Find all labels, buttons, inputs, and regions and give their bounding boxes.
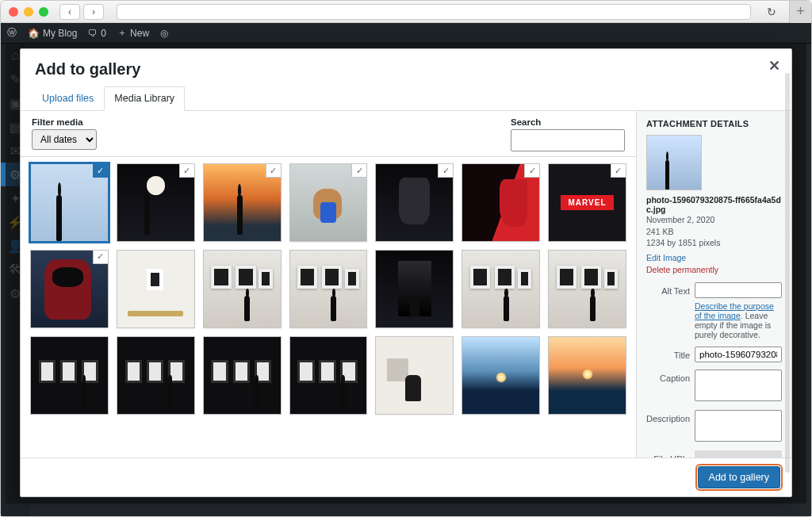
search-group: Search [511, 117, 625, 151]
attachment-filesize: 241 KB [646, 226, 782, 238]
media-thumb[interactable] [203, 250, 282, 328]
media-thumb[interactable] [117, 336, 195, 415]
new-content-link[interactable]: ＋ New [117, 26, 149, 40]
modal-close-button[interactable]: ✕ [768, 57, 780, 75]
nav-back-button[interactable]: ‹ [59, 4, 80, 20]
file-url-readonly [695, 450, 782, 458]
media-thumb[interactable]: ✓ [289, 163, 368, 242]
title-input[interactable] [695, 347, 782, 362]
nav-forward-button[interactable]: › [83, 4, 104, 20]
thumb-check-icon[interactable]: ✓ [179, 163, 195, 178]
browser-titlebar: ‹ › ↻ + [1, 1, 811, 23]
new-tab-button[interactable]: + [789, 1, 811, 23]
modal-scrollbar[interactable] [785, 73, 790, 473]
attachment-filename: photo-1596079320875-ff665fa4a5dc.jpg [646, 195, 782, 214]
modal-backdrop: ✕ Add to gallery Upload files Media Libr… [6, 44, 806, 504]
modal-header: Add to gallery [21, 49, 791, 83]
modal-tabs: Upload files Media Library [21, 86, 791, 111]
search-input[interactable] [511, 129, 625, 151]
attachment-thumbnail [646, 135, 702, 190]
thumb-check-icon[interactable]: ✓ [266, 163, 282, 178]
thumb-check-icon[interactable]: ✓ [351, 163, 367, 178]
media-thumb[interactable]: ✓ [462, 163, 540, 242]
media-thumb[interactable] [289, 336, 368, 415]
media-thumb[interactable] [375, 250, 454, 328]
media-thumb[interactable] [117, 250, 195, 328]
comments-count: 0 [101, 28, 106, 39]
nav-buttons: ‹ › [59, 4, 104, 20]
window-maximize-button[interactable] [39, 7, 48, 17]
media-thumb[interactable] [30, 336, 109, 415]
modal-body: Filter media All dates Search [21, 111, 791, 458]
media-thumb[interactable] [203, 336, 282, 415]
media-grid: ✓✓✓✓✓✓MARVEL✓✓ [30, 163, 626, 415]
filter-group: Filter media All dates [32, 117, 97, 151]
browser-window: ‹ › ↻ + ⓦ 🏠 My Blog 🗨 0 ＋ New ◎ ⌂ ✎ ▣ ▤ … [0, 0, 812, 517]
thumb-check-icon[interactable]: ✓ [611, 163, 626, 178]
thumb-check-icon[interactable]: ✓ [438, 163, 454, 178]
field-description: Description [646, 410, 782, 443]
media-pane: Filter media All dates Search [21, 111, 637, 458]
wp-logo-icon[interactable]: ⓦ [7, 26, 17, 40]
caption-input[interactable] [695, 370, 782, 401]
thumb-check-icon[interactable]: ✓ [93, 250, 109, 264]
media-thumb[interactable] [375, 336, 454, 415]
media-thumb[interactable] [462, 250, 540, 328]
attachment-details-pane: ATTACHMENT DETAILS photo-1596079320875-f… [637, 111, 791, 458]
tab-upload-files[interactable]: Upload files [32, 86, 104, 110]
caption-label: Caption [646, 373, 690, 383]
field-title: Title [646, 347, 782, 362]
media-thumb[interactable]: ✓ [117, 163, 195, 242]
window-minimize-button[interactable] [24, 7, 33, 17]
media-thumb[interactable]: ✓ [203, 163, 282, 242]
url-bar[interactable] [117, 4, 751, 20]
media-modal: ✕ Add to gallery Upload files Media Libr… [20, 48, 792, 497]
media-thumb[interactable]: ✓ [30, 163, 109, 242]
field-file-url: File URL: Copy URL [646, 450, 782, 458]
reload-button[interactable]: ↻ [764, 6, 779, 18]
thumb-check-icon[interactable]: ✓ [93, 163, 109, 178]
comments-link[interactable]: 🗨 0 [88, 28, 106, 39]
field-caption: Caption [646, 370, 782, 403]
alt-text-label: Alt Text [646, 286, 690, 296]
edit-image-link[interactable]: Edit Image [646, 253, 686, 262]
thumb-check-icon[interactable]: ✓ [524, 163, 540, 178]
description-input[interactable] [695, 410, 782, 442]
field-alt-text: Alt Text Describe the purpose of the ima… [646, 282, 782, 339]
media-toolbar: Filter media All dates Search [21, 111, 636, 157]
media-thumb[interactable] [289, 250, 368, 328]
media-thumb[interactable] [548, 250, 626, 328]
wp-admin-bar: ⓦ 🏠 My Blog 🗨 0 ＋ New ◎ [1, 23, 811, 44]
site-link[interactable]: 🏠 My Blog [28, 28, 77, 39]
media-thumb[interactable]: ✓ [30, 250, 109, 328]
search-label: Search [511, 117, 625, 127]
modal-title: Add to gallery [35, 60, 777, 79]
filter-date-select[interactable]: All dates [32, 129, 97, 150]
window-controls [9, 7, 48, 17]
media-thumb[interactable] [462, 336, 540, 415]
site-name: My Blog [43, 28, 77, 39]
attachment-dimensions: 1234 by 1851 pixels [646, 237, 782, 249]
title-label: Title [646, 350, 690, 360]
page-body: ⓦ 🏠 My Blog 🗨 0 ＋ New ◎ ⌂ ✎ ▣ ▤ ✉ ⚙ ✦ ⚡ … [1, 23, 811, 516]
attachment-date: November 2, 2020 [646, 214, 782, 226]
window-close-button[interactable] [9, 7, 18, 17]
description-label: Description [646, 414, 690, 423]
delete-permanently-link[interactable]: Delete permanently [646, 265, 718, 274]
attachment-details-heading: ATTACHMENT DETAILS [646, 119, 782, 128]
add-to-gallery-button[interactable]: Add to gallery [698, 466, 780, 488]
media-grid-scroll[interactable]: ✓✓✓✓✓✓MARVEL✓✓ [21, 157, 636, 458]
view-icon[interactable]: ◎ [160, 28, 168, 39]
alt-text-helper: Describe the purpose of the image. Leave… [695, 301, 782, 339]
media-thumb[interactable]: ✓ [375, 163, 454, 242]
media-thumb[interactable]: MARVEL✓ [548, 163, 626, 242]
new-label: New [130, 28, 149, 39]
modal-footer: Add to gallery [21, 458, 791, 496]
tab-media-library[interactable]: Media Library [104, 86, 185, 111]
alt-text-input[interactable] [695, 282, 782, 298]
filter-media-label: Filter media [32, 117, 97, 127]
media-thumb[interactable] [548, 336, 626, 415]
